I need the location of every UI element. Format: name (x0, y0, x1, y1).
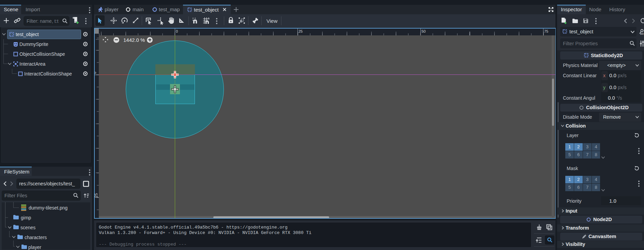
svg-text:DO: DO (640, 33, 644, 35)
